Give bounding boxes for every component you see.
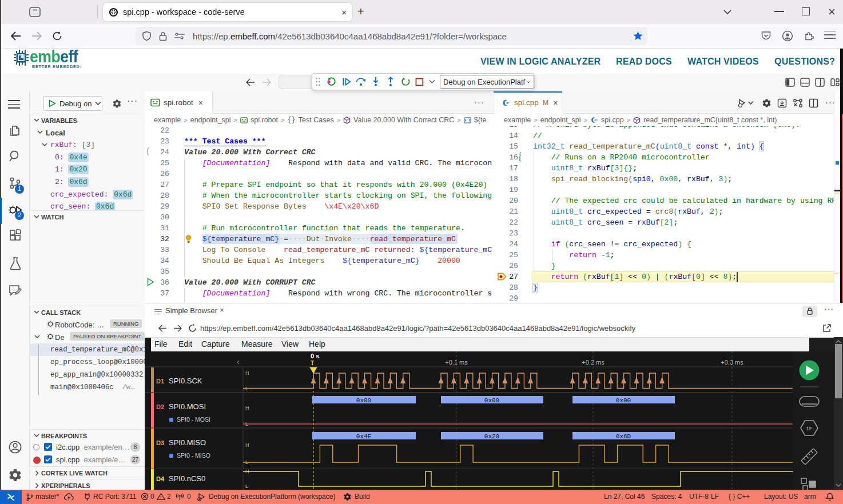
svg-text:0 s: 0 s [311, 353, 319, 359]
svg-text:D3: D3 [156, 439, 164, 446]
svg-text:SPI0.MOSI: SPI0.MOSI [169, 402, 206, 411]
svg-text:H: H [245, 442, 249, 448]
svg-text:0x6D: 0x6D [616, 433, 631, 440]
svg-text:+0.3 ms: +0.3 ms [721, 359, 743, 366]
svg-text:SPI0.SCK: SPI0.SCK [169, 377, 202, 385]
svg-text:SPI0.nCS0: SPI0.nCS0 [169, 474, 205, 483]
svg-text:0x00: 0x00 [616, 397, 631, 404]
svg-text:0x00: 0x00 [356, 397, 371, 404]
svg-text:H: H [245, 370, 249, 376]
svg-text:0x4E: 0x4E [356, 433, 372, 440]
svg-text:H: H [245, 405, 249, 411]
svg-text:L: L [245, 483, 248, 489]
svg-text:T: T [311, 360, 314, 366]
svg-text:SPI0 - MOSI: SPI0 - MOSI [177, 416, 210, 423]
svg-text:1F: 1F [806, 425, 812, 431]
svg-text:‹: ‹ [237, 357, 240, 366]
svg-text:D2: D2 [156, 403, 164, 410]
svg-text:+0.2 ms: +0.2 ms [582, 359, 605, 366]
svg-text:SPI0.MISO: SPI0.MISO [169, 438, 206, 447]
svg-text:SPI0 - MISO: SPI0 - MISO [177, 452, 210, 459]
svg-text:D1: D1 [156, 378, 164, 385]
svg-text:0x00: 0x00 [484, 397, 499, 404]
svg-text:+0.1 ms: +0.1 ms [445, 359, 468, 366]
svg-text:0x20: 0x20 [484, 433, 499, 440]
svg-text:D4: D4 [156, 475, 165, 482]
